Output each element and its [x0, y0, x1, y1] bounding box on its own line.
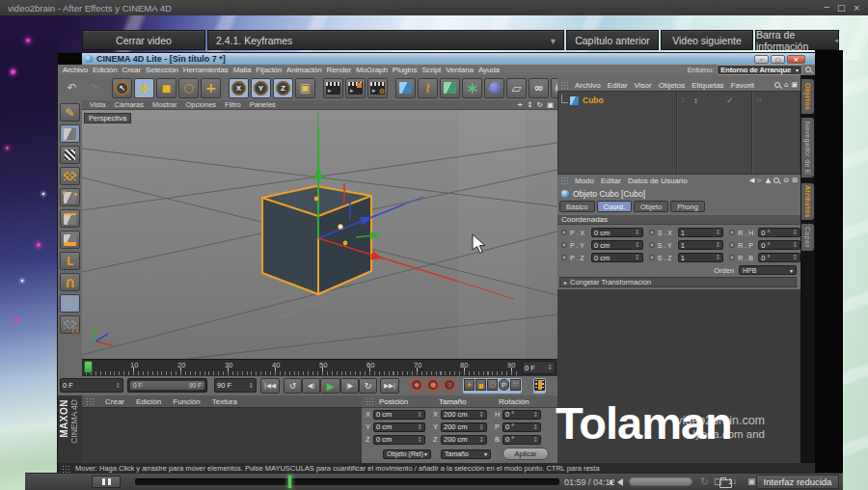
- current-frame-marker[interactable]: [84, 361, 93, 373]
- c4d-titlebar[interactable]: CINEMA 4D Lite - [Sin título 7 *] ─ □ ×: [58, 53, 815, 65]
- home-icon[interactable]: ⌂: [784, 81, 788, 89]
- entorno-dropdown[interactable]: Entorno de Arranque ▾: [717, 65, 802, 75]
- menu-ayuda[interactable]: Ayuda: [478, 66, 500, 74]
- play-button[interactable]: ▶: [320, 378, 340, 394]
- mat-menu-textura[interactable]: Textura: [212, 397, 237, 406]
- congelar-section-header[interactable]: ▸ Congelar Transformación: [559, 277, 797, 287]
- texture-mode-button[interactable]: [60, 146, 80, 164]
- grip-icon[interactable]: [86, 397, 94, 405]
- add-modifier-button[interactable]: ∗: [462, 78, 482, 98]
- tag-dots-icon[interactable]: ∷: [757, 96, 761, 104]
- lesson-dropdown[interactable]: 2.4.1. Keyframes ▾: [207, 30, 564, 50]
- key-scale-toggle[interactable]: ■: [475, 379, 486, 391]
- ruler-end-frame-field[interactable]: 0 F ↕: [522, 361, 556, 374]
- c4d-close-button[interactable]: ×: [787, 55, 805, 64]
- history-back-icon[interactable]: ◀: [749, 177, 754, 184]
- next-video-button[interactable]: Video siguiente: [661, 30, 753, 50]
- x-axis-lock-button[interactable]: X: [229, 78, 249, 98]
- arrow-up-icon[interactable]: ▲: [766, 177, 771, 184]
- pos-y-field[interactable]: 0 cm↕: [373, 422, 425, 432]
- seek-bar[interactable]: [135, 478, 559, 485]
- render-view-button[interactable]: ▸: [323, 78, 343, 98]
- search-icon[interactable]: [773, 177, 780, 184]
- search-icon[interactable]: [805, 67, 812, 73]
- rotate-view-icon[interactable]: ↻: [537, 100, 543, 109]
- viewport-camera-label[interactable]: Perspectiva: [84, 113, 131, 123]
- attr-px-field[interactable]: 0 cm↕: [591, 228, 643, 237]
- os-minimize-button[interactable]: ─: [825, 3, 829, 13]
- previous-chapter-button[interactable]: Capítulo anterior: [566, 30, 659, 50]
- tab-capas[interactable]: Capas: [801, 224, 814, 251]
- points-mode-button[interactable]: [60, 188, 80, 206]
- add-primitive-cube-button[interactable]: [395, 78, 416, 98]
- undo-button[interactable]: ↶: [62, 78, 82, 98]
- loop-icon[interactable]: ↻: [700, 476, 709, 488]
- selection-tool-button[interactable]: ↖: [112, 78, 132, 98]
- tab-objeto[interactable]: Objeto: [634, 201, 668, 212]
- os-close-button[interactable]: ×: [853, 3, 860, 13]
- previous-frame-button[interactable]: ◀|: [302, 378, 320, 394]
- menu-animacion[interactable]: Animación: [286, 66, 321, 74]
- coordinate-system-button[interactable]: ▣: [295, 78, 315, 98]
- playhead[interactable]: [288, 476, 291, 488]
- keyframe-help-button[interactable]: ?: [443, 378, 456, 392]
- menu-archivo[interactable]: Archivo: [63, 66, 88, 74]
- add-floor-button[interactable]: ▱: [506, 78, 527, 98]
- attr-pz-field[interactable]: 0 cm↕: [591, 253, 643, 262]
- volume-slider[interactable]: [629, 477, 692, 486]
- size-x-field[interactable]: 200 cm↕: [441, 410, 487, 420]
- vp-menu-opciones[interactable]: Opciones: [185, 100, 216, 109]
- object-row-cubo[interactable]: Cubo ∶ ↕ ✓ ∷: [558, 95, 801, 106]
- lock-workplane-button[interactable]: [60, 294, 80, 313]
- menu-plugins[interactable]: Plugins: [393, 66, 418, 74]
- grip-icon[interactable]: [560, 81, 568, 89]
- enabled-check-icon[interactable]: ✓: [726, 95, 734, 105]
- redo-button[interactable]: ↷: [84, 78, 104, 98]
- z-axis-lock-button[interactable]: Z: [273, 78, 293, 98]
- attr-py-field[interactable]: 0 cm↕: [591, 240, 643, 250]
- search-icon[interactable]: [774, 82, 781, 89]
- key-pla-toggle[interactable]: ∷: [510, 379, 521, 391]
- menu-render[interactable]: Render: [327, 66, 352, 74]
- attr-sx-field[interactable]: 1↕: [678, 228, 724, 237]
- om-menu-editar[interactable]: Editar: [608, 81, 628, 90]
- add-spline-button[interactable]: ≀: [418, 78, 438, 98]
- object-tree[interactable]: Cubo ∶ ↕ ✓ ∷: [557, 91, 800, 175]
- tab-coord[interactable]: Coord.: [597, 201, 633, 212]
- maximize-view-icon[interactable]: ▣: [547, 100, 554, 109]
- fullscreen-icon[interactable]: ▣: [747, 476, 756, 486]
- move-tool-button[interactable]: +: [134, 78, 154, 98]
- am-menu-modo[interactable]: Modo: [575, 177, 594, 185]
- menu-seleccion[interactable]: Selección: [146, 66, 178, 74]
- om-menu-favoritos[interactable]: Favorit: [731, 81, 754, 90]
- vp-menu-paneles[interactable]: Paneles: [250, 100, 276, 109]
- toggle-arrows-icon[interactable]: ↕: [693, 97, 698, 104]
- menu-ventana[interactable]: Ventana: [446, 66, 474, 74]
- menu-crear[interactable]: Crear: [122, 66, 142, 74]
- om-menu-objetos[interactable]: Objetos: [659, 81, 686, 90]
- render-picture-viewer-button[interactable]: ▸: [345, 78, 366, 98]
- lock-icon[interactable]: ⊙: [783, 177, 789, 184]
- menu-malla[interactable]: Malla: [233, 66, 252, 74]
- next-frame-button[interactable]: |▶: [340, 378, 359, 394]
- add-camera-button[interactable]: ∞: [529, 78, 549, 98]
- pos-z-field[interactable]: 0 cm↕: [373, 435, 425, 445]
- menu-script[interactable]: Script: [421, 66, 441, 74]
- end-frame-field[interactable]: 90 F ↕: [214, 378, 257, 393]
- add-deformer-button[interactable]: [484, 78, 504, 98]
- workplane-options-button[interactable]: ( ): [60, 315, 80, 334]
- attr-rh-field[interactable]: 0 °↕: [758, 228, 800, 237]
- menu-fijacion[interactable]: Fijación: [256, 66, 282, 74]
- vp-menu-camaras[interactable]: Cámaras: [115, 100, 144, 109]
- mat-menu-crear[interactable]: Crear: [105, 397, 124, 406]
- c4d-minimize-button[interactable]: ─: [754, 55, 769, 64]
- attr-sy-field[interactable]: 1↕: [678, 240, 724, 250]
- om-menu-etiquetas[interactable]: Etiquetas: [692, 81, 723, 90]
- info-bar-button[interactable]: Barra de información ◂: [755, 30, 839, 50]
- history-forward-icon[interactable]: ▶: [757, 177, 762, 184]
- rot-p-field[interactable]: 0 °↕: [502, 422, 541, 432]
- render-settings-button[interactable]: ▸⚙: [367, 78, 388, 98]
- coords-size-dropdown[interactable]: Tamaño▾: [441, 449, 491, 459]
- vp-menu-mostrar[interactable]: Mostrar: [152, 100, 176, 109]
- add-generator-button[interactable]: [440, 78, 460, 98]
